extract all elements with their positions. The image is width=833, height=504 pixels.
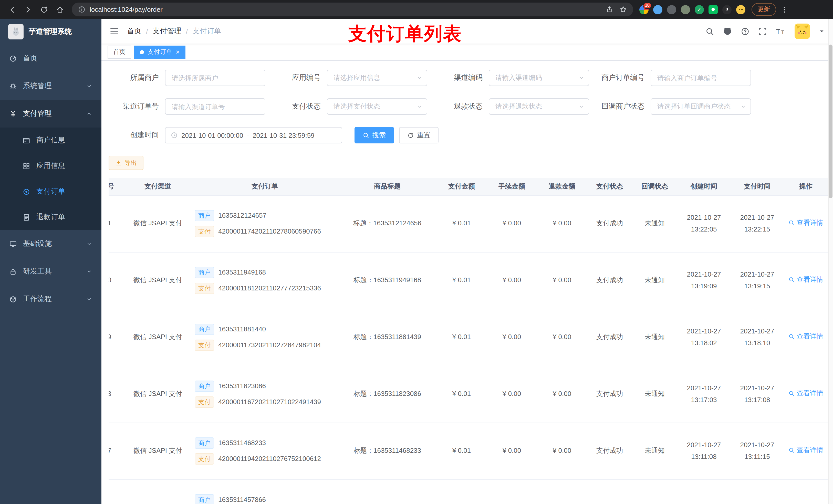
- cell-pay-status: 支付成功: [587, 423, 632, 479]
- header-channel: 支付渠道: [124, 178, 192, 195]
- app-logo[interactable]: 芋道管理系统: [0, 19, 101, 45]
- browser-forward-button[interactable]: [21, 3, 35, 16]
- browser-update-button[interactable]: 更新: [752, 3, 776, 16]
- pay-tag: 支付: [195, 397, 214, 408]
- scrollbar-thumb[interactable]: [829, 45, 832, 198]
- window-scrollbar[interactable]: [828, 19, 833, 504]
- caret-down-icon[interactable]: [819, 28, 825, 34]
- address-bar[interactable]: localhost:1024/pay/order: [72, 3, 633, 16]
- extension-gray-icon[interactable]: [667, 5, 676, 14]
- header-id: 编号: [109, 178, 124, 195]
- merchant-input[interactable]: [165, 70, 265, 86]
- user-avatar[interactable]: [794, 24, 810, 39]
- view-detail-link[interactable]: 查看详情: [788, 388, 823, 399]
- payment-submenu: 商户信息 应用信息 支付订单 退款订单: [0, 127, 101, 230]
- logo-image: [8, 24, 24, 40]
- merchant-order-no-input[interactable]: [651, 70, 751, 86]
- yen-icon: [9, 110, 17, 118]
- hamburger-icon[interactable]: [110, 27, 119, 36]
- search-icon[interactable]: [706, 27, 714, 35]
- share-icon[interactable]: [605, 6, 613, 13]
- merchant-order-no: 1635311457866: [218, 496, 266, 504]
- cell-refund: ¥ 0.00: [537, 195, 587, 252]
- extension-check-icon[interactable]: ✓: [695, 5, 704, 14]
- page-title-annotation: 支付订单列表: [348, 22, 462, 47]
- cell-title: 标题：1635311468233: [338, 423, 436, 479]
- monitor-icon: [9, 240, 17, 248]
- cell-pay-status: [587, 479, 632, 504]
- fullscreen-icon[interactable]: [758, 27, 767, 35]
- sidebar-item-merchant-info[interactable]: 商户信息: [0, 127, 101, 153]
- sidebar-item-label: 商户信息: [37, 136, 65, 145]
- filter-row-1: 所属商户 应用编号 请选择应用信息 渠道编码 请输入渠道编码: [109, 70, 828, 86]
- cell-channel: 微信 JSAPI 支付: [124, 195, 192, 252]
- view-detail-link[interactable]: 查看详情: [788, 445, 823, 456]
- tab-close-icon[interactable]: ×: [176, 49, 180, 55]
- date-range-picker[interactable]: 2021-10-01 00:00:00 - 2021-10-31 23:59:5…: [165, 127, 342, 143]
- sidebar-item-pay-order[interactable]: 支付订单: [0, 179, 101, 205]
- sidebar-item-infrastructure[interactable]: 基础设施: [0, 230, 101, 258]
- view-detail-link[interactable]: 查看详情: [788, 217, 823, 229]
- extension-chat-icon[interactable]: [709, 5, 718, 14]
- notify-status-select[interactable]: 请选择订单回调商户状态: [651, 98, 751, 115]
- cell-pay-time: 2021-10-27 13:22:15: [731, 195, 784, 252]
- help-icon[interactable]: [741, 27, 749, 35]
- header-pay-time: 支付时间: [731, 178, 784, 195]
- extension-drop-icon[interactable]: [653, 5, 662, 14]
- view-detail-label: 查看详情: [796, 331, 823, 342]
- table-row: 21 微信 JSAPI 支付 商户1635312124657 支付4200001…: [109, 195, 828, 252]
- refund-status-select[interactable]: 请选择退款状态: [489, 98, 589, 115]
- sidebar-item-system[interactable]: 系统管理: [0, 72, 101, 100]
- breadcrumb-home[interactable]: 首页: [127, 27, 141, 36]
- merchant-order-no: 1635311949168: [218, 268, 266, 277]
- sidebar-item-dev-tools[interactable]: 研发工具: [0, 258, 101, 285]
- sidebar-item-refund-order[interactable]: 退款订单: [0, 205, 101, 230]
- bookmark-star-icon[interactable]: [619, 6, 627, 13]
- export-button[interactable]: 导出: [109, 156, 143, 170]
- extensions-puzzle-icon[interactable]: 10: [639, 5, 648, 14]
- cell-channel: 微信 JSAPI 支付: [124, 252, 192, 309]
- extension-olive-icon[interactable]: [681, 5, 690, 14]
- chevron-down-icon: [416, 75, 423, 81]
- app-id-select[interactable]: 请选择应用信息: [327, 70, 427, 86]
- view-detail-link[interactable]: 查看详情: [788, 274, 823, 286]
- breadcrumb-pay-mgmt[interactable]: 支付管理: [153, 27, 181, 36]
- extension-pin-icon[interactable]: [722, 5, 732, 14]
- filter-label: 创建时间: [109, 130, 165, 140]
- channel-order-no-input[interactable]: [165, 98, 265, 115]
- browser-menu-icon[interactable]: [780, 5, 788, 14]
- view-detail-link[interactable]: 查看详情: [788, 331, 823, 342]
- cell-create-time: 2021-10-27 13:17:03: [677, 366, 731, 423]
- filter-refund-status: 退款状态 请选择退款状态: [432, 98, 589, 115]
- filter-pay-status: 支付状态 请选择支付状态: [270, 98, 427, 115]
- export-button-label: 导出: [124, 159, 137, 167]
- font-size-icon[interactable]: TT: [776, 27, 786, 35]
- browser-reload-button[interactable]: [37, 3, 51, 16]
- github-icon[interactable]: [723, 27, 732, 36]
- channel-code-select[interactable]: 请输入渠道编码: [489, 70, 589, 86]
- cell-create-time: 2021-10-27 13:11:08: [677, 423, 731, 479]
- sidebar-item-home[interactable]: 首页: [0, 45, 101, 72]
- cell-order: 商户1635311949168 支付4200001181202110277723…: [192, 252, 338, 309]
- tab-home[interactable]: 首页: [108, 45, 131, 58]
- site-info-icon[interactable]: [78, 6, 86, 13]
- sidebar-item-payment[interactable]: 支付管理: [0, 100, 101, 127]
- cell-actions: 查看详情: [784, 195, 828, 252]
- sidebar-item-label: 支付订单: [37, 187, 65, 196]
- breadcrumb: 首页 / 支付管理 / 支付订单: [127, 27, 221, 36]
- reset-button[interactable]: 重置: [399, 127, 438, 143]
- browser-home-button[interactable]: [53, 3, 67, 16]
- sidebar-item-workflow[interactable]: 工作流程: [0, 285, 101, 313]
- sidebar-item-app-info[interactable]: 应用信息: [0, 153, 101, 179]
- browser-back-button[interactable]: [5, 3, 19, 16]
- pay-order-no: 4200001173202110272847982104: [218, 341, 321, 350]
- tags-view-bar: 首页 支付订单 ×: [101, 44, 833, 61]
- extension-face-icon[interactable]: [736, 5, 745, 14]
- tab-pay-order[interactable]: 支付订单 ×: [134, 45, 185, 58]
- search-button[interactable]: 搜索: [355, 127, 394, 143]
- pay-status-select[interactable]: 请选择支付状态: [327, 98, 427, 115]
- cell-create-time: 2021-10-27 13:19:09: [677, 252, 731, 309]
- select-placeholder: 请选择订单回调商户状态: [657, 102, 731, 111]
- target-icon: [23, 188, 30, 195]
- select-placeholder: 请选择支付状态: [334, 102, 380, 111]
